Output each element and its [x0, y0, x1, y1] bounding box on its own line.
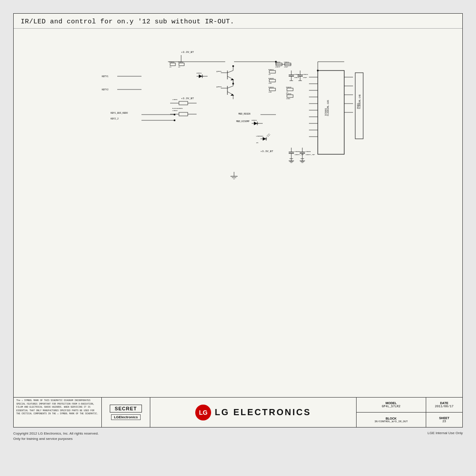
warning-text: The ⚠ SYMBOL MARK OF THIS SCHEMATIC DIAG… [16, 399, 99, 416]
svg-rect-121 [287, 88, 293, 91]
svg-line-51 [227, 86, 233, 88]
svg-rect-32 [269, 71, 275, 73]
footer-sheet-cell: SHEET 23 [426, 413, 462, 427]
svg-text:L5001: L5001 [172, 99, 178, 100]
svg-marker-134 [254, 122, 257, 125]
footer-warning: The ⚠ SYMBOL MARK OF THIS SCHEMATIC DIAG… [14, 398, 102, 427]
svg-text:100: 100 [268, 91, 272, 93]
sheet-label: SHEET [439, 416, 449, 420]
svg-point-156 [317, 70, 319, 71]
svg-point-119 [232, 65, 234, 67]
svg-text:KBTY1: KBTY1 [102, 75, 108, 78]
svg-text:L5002: L5002 [172, 110, 178, 112]
footer-secret-area: SECRET LGElectronics [102, 398, 150, 427]
footer: The ⚠ SYMBOL MARK OF THIS SCHEMATIC DIAG… [14, 397, 462, 427]
sheet-title: IR/LED and control for on.y '12 sub with… [14, 14, 462, 29]
bottom-credits: Copyright 2012 LG Electronics, Inc. All … [13, 431, 463, 442]
svg-text:R5003: R5003 [268, 86, 274, 88]
date-label: DATE [440, 402, 449, 405]
svg-rect-11 [318, 71, 344, 154]
svg-text:FL6961ML-14B: FL6961ML-14B [359, 94, 361, 109]
credits-left: Copyright 2012 LG Electronics, Inc. All … [13, 431, 99, 442]
svg-text:C5005: C5005 [294, 151, 300, 152]
sheet-value: 23 [443, 420, 446, 423]
svg-point-97 [174, 119, 175, 121]
brand-label: LGElectronics [111, 414, 140, 420]
svg-text:LED5001: LED5001 [256, 135, 264, 137]
copyright-text: Copyright 2012 LG Electronics, Inc. All … [13, 431, 99, 435]
svg-text:+3.3V_BT: +3.3V_BT [260, 150, 273, 153]
model-label: MODEL [386, 402, 397, 405]
svg-text:MBD_REGEN: MBD_REGEN [238, 113, 250, 115]
footer-logo-area: LG LG ELECTRONICS [150, 398, 357, 427]
svg-text:Q5002: Q5002 [216, 86, 222, 88]
schematic-sheet: IR/LED and control for on.y '12 sub with… [13, 13, 463, 428]
svg-text:FL6961ML-10S: FL6961ML-10S [327, 100, 330, 116]
footer-block-cell: BLOCK IR/CONTROL_W/O_IR_OUT [357, 413, 426, 427]
svg-text:C5006: C5006 [305, 151, 311, 152]
footer-right: MODEL GP4L_S7LR2 DATE 2011/08/17 BLOCK I… [357, 398, 462, 427]
svg-text:100nF: 100nF [294, 77, 300, 78]
svg-text:Q5001: Q5001 [216, 71, 222, 72]
block-value: IR/CONTROL_W/O_IR_OUT [375, 420, 408, 423]
svg-rect-8 [179, 63, 184, 66]
svg-text:1K: 1K [169, 66, 171, 68]
svg-rect-5 [170, 63, 175, 66]
svg-rect-106 [179, 101, 188, 105]
svg-rect-35 [269, 79, 275, 82]
block-label: BLOCK [386, 417, 397, 420]
svg-point-120 [232, 83, 234, 85]
svg-text:D5001: D5001 [197, 72, 202, 74]
model-value: GP4L_S7LR2 [382, 405, 400, 408]
lg-brand-text: LG ELECTRONICS [215, 407, 311, 417]
svg-rect-124 [287, 95, 293, 97]
svg-text:10uF: 10uF [284, 66, 288, 68]
date-value: 2011/08/17 [435, 405, 454, 408]
svg-text:C5004: C5004 [284, 61, 290, 63]
svg-text:+3.3V_BT: +3.3V_BT [181, 51, 194, 54]
svg-text:+3.3V_BT: +3.3V_BT [181, 97, 194, 100]
svg-text:R5001: R5001 [169, 61, 175, 63]
svg-text:KBY1_BUS_KBDO: KBY1_BUS_KBDO [111, 112, 128, 115]
svg-text:1K: 1K [268, 74, 271, 75]
svg-marker-140 [263, 137, 266, 141]
svg-text:C5002: C5002 [303, 74, 309, 75]
footer-model-cell: MODEL GP4L_S7LR2 [357, 398, 426, 412]
svg-text:R5009: R5009 [286, 93, 292, 95]
svg-marker-102 [199, 74, 202, 78]
svg-text:R5008: R5008 [286, 86, 292, 88]
footer-date-cell: DATE 2011/08/17 [426, 398, 462, 412]
svg-text:IR: IR [256, 142, 258, 144]
svg-text:R5004: R5004 [268, 69, 274, 71]
svg-text:R5002: R5002 [178, 61, 184, 63]
svg-text:10uF: 10uF [303, 77, 307, 78]
svg-text:100nF_Y5P: 100nF_Y5P [294, 154, 304, 156]
lg-logo: LG LG ELECTRONICS [195, 405, 311, 420]
diagram-area: +3.3V_BT +3.3V_BT +3.3V_BT R5001 1K R500… [14, 29, 462, 397]
svg-line-43 [227, 71, 233, 73]
svg-text:100: 100 [268, 82, 272, 84]
svg-text:KBTY2: KBTY2 [102, 89, 108, 91]
svg-text:100nF_Y5P: 100nF_Y5P [305, 154, 315, 156]
footer-block-sheet-row: BLOCK IR/CONTROL_W/O_IR_OUT SHEET 23 [357, 413, 462, 427]
svg-marker-47 [231, 78, 234, 80]
warning-icon: ⚠ [22, 399, 23, 402]
svg-marker-55 [231, 94, 234, 96]
training-text: Only for training and service purposes [13, 437, 73, 441]
svg-rect-38 [269, 88, 275, 91]
svg-rect-111 [179, 112, 188, 116]
circuit-diagram: +3.3V_BT +3.3V_BT +3.3V_BT R5001 1K R500… [102, 46, 366, 187]
svg-text:100nF: 100nF [275, 66, 281, 68]
svg-text:MBD_KISOMP: MBD_KISOMP [236, 120, 249, 123]
svg-text:R5005: R5005 [268, 78, 274, 79]
warning-icon-2: ⚠ [57, 413, 59, 415]
footer-model-date-row: MODEL GP4L_S7LR2 DATE 2011/08/17 [357, 398, 462, 413]
credits-right: LGE Internal Use Only [428, 431, 463, 442]
svg-point-153 [275, 61, 277, 63]
lg-circle-icon: LG [195, 405, 211, 420]
svg-text:KBY2_2: KBY2_2 [111, 118, 119, 120]
svg-text:100K: 100K [286, 98, 290, 100]
svg-text:1K: 1K [178, 66, 180, 68]
secret-label: SECRET [110, 405, 142, 413]
page: IR/LED and control for on.y '12 sub with… [0, 0, 476, 476]
